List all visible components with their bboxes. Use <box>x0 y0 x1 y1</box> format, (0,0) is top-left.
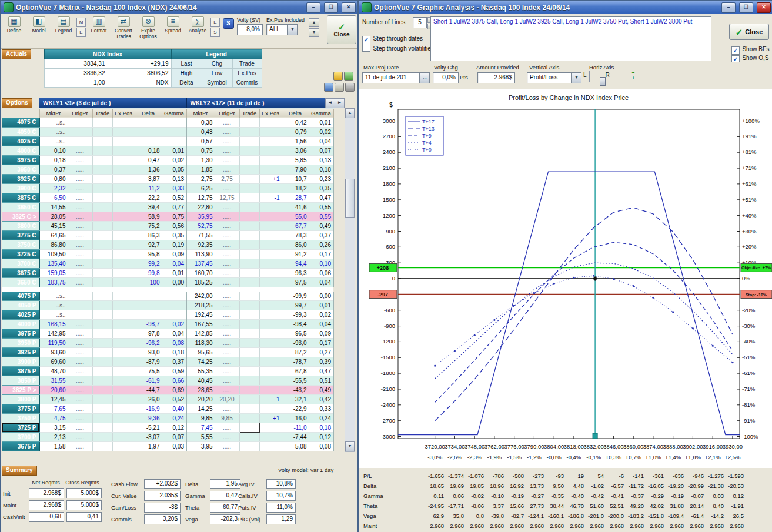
matrix-cell[interactable]: 0,12 <box>162 423 186 432</box>
matrix-cell[interactable]: ..... <box>215 146 239 155</box>
matrix-cell[interactable]: -32,1 <box>282 394 309 404</box>
column-header-delta[interactable]: Delta <box>135 108 162 118</box>
matrix-cell[interactable]: 48,70 <box>39 366 68 376</box>
matrix-cell[interactable] <box>68 127 92 136</box>
matrix-cell[interactable]: -93,0 <box>282 338 309 347</box>
matrix-cell[interactable] <box>112 319 135 329</box>
matrix-close-button[interactable]: ✓ Close <box>327 15 356 44</box>
matrix-cell[interactable]: -96,2 <box>135 338 162 347</box>
strike-3800-P[interactable]: 3800 P <box>2 394 39 404</box>
matrix-cell[interactable]: -98,7 <box>135 319 162 329</box>
matrix-cell[interactable] <box>112 146 135 155</box>
matrix-cell[interactable]: ..... <box>68 394 92 404</box>
matrix-cell[interactable]: 6,25 <box>186 183 215 193</box>
matrix-cell[interactable]: 2,75 <box>186 174 215 183</box>
matrix-cell[interactable]: ..... <box>68 277 92 287</box>
matrix-cell[interactable]: 35,95 <box>186 212 215 221</box>
matrix-cell[interactable] <box>239 268 259 277</box>
matrix-cell[interactable] <box>259 432 282 441</box>
matrix-cell[interactable] <box>259 118 282 127</box>
matrix-cell[interactable]: 100 <box>135 277 162 287</box>
matrix-cell[interactable]: 183,75 <box>39 277 68 287</box>
toolbar-convert-trades-button[interactable]: ⇄Convert Trades <box>111 15 136 46</box>
matrix-cell[interactable]: ..... <box>215 155 239 165</box>
matrix-cell[interactable] <box>239 240 259 249</box>
matrix-cell[interactable] <box>239 376 259 385</box>
strike-3950-P[interactable]: 3950 P <box>2 338 39 347</box>
matrix-cell[interactable]: 22,2 <box>135 193 162 202</box>
matrix-cell[interactable] <box>239 146 259 155</box>
matrix-cell[interactable] <box>92 357 112 366</box>
matrix-cell[interactable]: -9,36 <box>135 413 162 423</box>
matrix-cell[interactable]: 28,7 <box>282 193 309 202</box>
matrix-cell[interactable]: 0,02 <box>309 127 333 136</box>
matrix-cell[interactable] <box>112 136 135 146</box>
matrix-cell[interactable] <box>92 259 112 268</box>
scrollbar-up-icon[interactable]: ▲ <box>345 108 355 118</box>
matrix-cell[interactable]: 0,66 <box>162 376 186 385</box>
matrix-cell[interactable]: 0,18 <box>135 146 162 155</box>
matrix-cell[interactable]: 0,49 <box>309 221 333 230</box>
volty-value-field[interactable]: 8,0% <box>237 24 263 35</box>
matrix-cell[interactable]: 14,55 <box>39 202 68 212</box>
matrix-cell[interactable] <box>112 310 135 319</box>
matrix-cell[interactable]: 0,04 <box>309 319 333 329</box>
matrix-cell[interactable]: ..... <box>215 268 239 277</box>
matrix-cell[interactable]: ..... <box>68 165 92 174</box>
matrix-cell[interactable]: 92,35 <box>186 240 215 249</box>
matrix-cell[interactable]: 242,00 <box>186 292 215 301</box>
matrix-cell[interactable]: 119,50 <box>39 338 68 347</box>
matrix-cell[interactable]: -5,08 <box>282 441 309 451</box>
matrix-cell[interactable]: ..... <box>215 376 239 385</box>
matrix-cell[interactable]: 10,7 <box>282 174 309 183</box>
matrix-cell[interactable]: 168,15 <box>39 319 68 329</box>
matrix-cell[interactable]: 0,17 <box>309 249 333 259</box>
matrix-cell[interactable] <box>239 329 259 338</box>
matrix-cell[interactable]: 28,65 <box>186 385 215 394</box>
matrix-cell[interactable] <box>259 319 282 329</box>
matrix-cell[interactable] <box>239 413 259 423</box>
toolbar-spread-button[interactable]: ≡Spread <box>161 15 185 46</box>
matrix-cell[interactable]: 7,45 <box>186 423 215 432</box>
strike-3725-P[interactable]: 3725 P <box>2 423 39 432</box>
matrix-cell[interactable] <box>92 376 112 385</box>
step-vols-checkbox[interactable] <box>362 44 370 52</box>
matrix-cell[interactable] <box>239 404 259 413</box>
matrix-cell[interactable]: 0,24 <box>309 413 333 423</box>
matrix-cell[interactable]: 0,18 <box>309 423 333 432</box>
matrix-cell[interactable]: 99,2 <box>135 259 162 268</box>
matrix-cell[interactable]: 0,04 <box>309 277 333 287</box>
matrix-cell[interactable] <box>259 441 282 451</box>
matrix-cell[interactable]: 0,23 <box>309 174 333 183</box>
matrix-cell[interactable]: -96,5 <box>282 329 309 338</box>
matrix-cell[interactable]: ..... <box>68 432 92 441</box>
column-header-expos[interactable]: Ex.Pos <box>112 108 135 118</box>
matrix-cell[interactable]: ..... <box>215 300 239 310</box>
strike-3775-C[interactable]: 3775 C <box>2 230 39 240</box>
matrix-cell[interactable] <box>239 385 259 394</box>
matrix-cell[interactable]: 0,42 <box>282 118 309 127</box>
matrix-cell[interactable]: 52,75 <box>186 221 215 230</box>
matrix-cell[interactable] <box>239 136 259 146</box>
matrix-cell[interactable] <box>239 319 259 329</box>
vertical-axis-dropdown[interactable]: Profit/Loss <box>527 72 572 83</box>
strategy-textbox[interactable]: Short 1 JulW2 3875 Call, Long 1 JulW2 39… <box>430 16 711 61</box>
volty-chg-field[interactable]: 0,0% <box>433 72 459 83</box>
matrix-cell[interactable]: ..... <box>215 404 239 413</box>
calculator-icon[interactable] <box>344 72 353 81</box>
matrix-cell[interactable]: ..... <box>68 146 92 155</box>
matrix-cell[interactable]: 12,75 <box>186 193 215 202</box>
strike-3875-C[interactable]: 3875 C <box>2 193 39 202</box>
matrix-cell[interactable]: 86,0 <box>282 240 309 249</box>
matrix-cell[interactable]: 7,65 <box>39 404 68 413</box>
matrix-cell[interactable]: 12,45 <box>39 394 68 404</box>
matrix-cell[interactable] <box>239 310 259 319</box>
matrix-cell[interactable]: ..... <box>215 202 239 212</box>
matrix-cell[interactable] <box>259 221 282 230</box>
matrix-cell[interactable]: ..... <box>215 319 239 329</box>
matrix-cell[interactable] <box>239 249 259 259</box>
matrix-cell[interactable]: 20,60 <box>39 385 68 394</box>
matrix-cell[interactable] <box>259 127 282 136</box>
matrix-scrollbar[interactable]: ▲ ▼ <box>345 108 355 452</box>
matrix-cell[interactable] <box>112 212 135 221</box>
